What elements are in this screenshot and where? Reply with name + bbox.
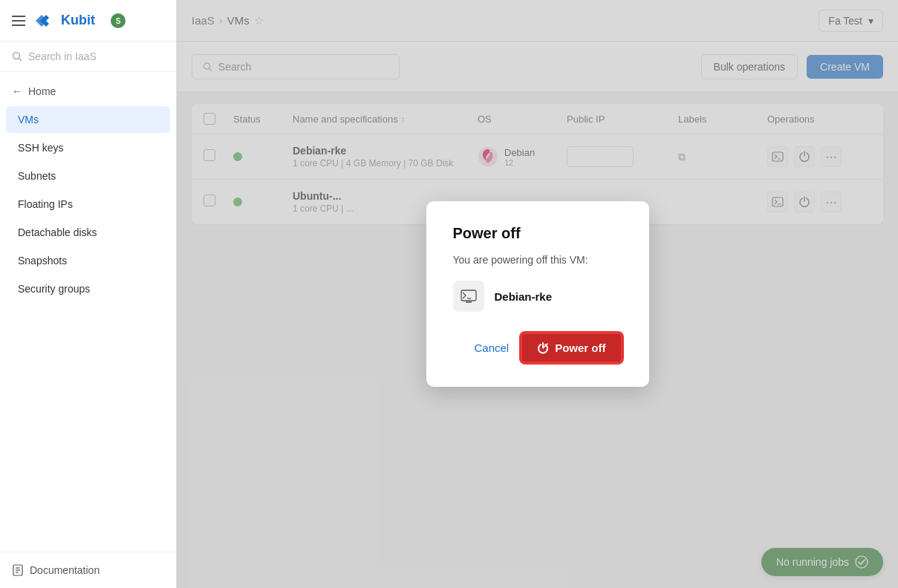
modal-vm-name: Debian-rke bbox=[495, 290, 553, 303]
sidebar-item-label: VMs bbox=[18, 114, 39, 125]
vm-icon bbox=[461, 290, 477, 303]
sidebar-item-label: Subnets bbox=[18, 170, 56, 182]
sidebar-search-placeholder[interactable]: Search in IaaS bbox=[28, 50, 97, 62]
modal-vm-icon-box bbox=[453, 281, 484, 312]
power-off-button[interactable]: Power off bbox=[521, 333, 622, 363]
hamburger-icon[interactable] bbox=[12, 16, 25, 26]
modal-overlay: Power off You are powering off this VM: … bbox=[177, 0, 898, 588]
sidebar-item-label: Floating IPs bbox=[18, 198, 73, 210]
sidebar-item-label: Detachable disks bbox=[18, 226, 97, 238]
sidebar: Kubit S Search in IaaS ← Home VMs SSH ke… bbox=[0, 0, 177, 588]
sidebar-back-btn[interactable]: ← Home bbox=[0, 78, 176, 105]
sidebar-item-label: Snapshots bbox=[18, 255, 67, 267]
secondary-logo-icon: S bbox=[107, 12, 129, 30]
power-off-button-label: Power off bbox=[555, 342, 605, 354]
svg-point-2 bbox=[13, 53, 20, 59]
sidebar-item-snapshots[interactable]: Snapshots bbox=[6, 247, 170, 274]
cancel-button[interactable]: Cancel bbox=[474, 342, 509, 354]
sidebar-search-area: Search in IaaS bbox=[0, 42, 176, 72]
back-label: Home bbox=[28, 85, 56, 97]
svg-line-3 bbox=[19, 59, 22, 62]
modal-vm-row: Debian-rke bbox=[453, 281, 622, 312]
documentation-link[interactable]: Documentation bbox=[0, 552, 176, 588]
logo-area: Kubit bbox=[34, 13, 95, 29]
logo-icon bbox=[34, 13, 55, 29]
sidebar-item-floating-ips[interactable]: Floating IPs bbox=[6, 191, 170, 218]
sidebar-item-vms[interactable]: VMs bbox=[6, 106, 170, 133]
sidebar-item-ssh-keys[interactable]: SSH keys bbox=[6, 134, 170, 161]
sidebar-header: Kubit S bbox=[0, 0, 176, 42]
sidebar-item-detachable-disks[interactable]: Detachable disks bbox=[6, 219, 170, 246]
sidebar-item-subnets[interactable]: Subnets bbox=[6, 163, 170, 189]
sidebar-nav: ← Home VMs SSH keys Subnets Floating IPs… bbox=[0, 72, 176, 552]
back-arrow-icon: ← bbox=[12, 85, 22, 97]
logo-text: Kubit bbox=[61, 13, 95, 28]
documentation-label: Documentation bbox=[30, 564, 100, 576]
svg-text:S: S bbox=[116, 17, 121, 25]
modal-actions: Cancel Power off bbox=[453, 333, 622, 363]
modal-title: Power off bbox=[453, 225, 622, 242]
main-content: IaaS › VMs ☆ Fa Test ▾ Bulk operations C… bbox=[177, 0, 898, 588]
sidebar-item-label: Security groups bbox=[18, 283, 90, 295]
power-off-icon bbox=[537, 342, 549, 354]
svg-rect-15 bbox=[461, 290, 476, 301]
modal-description: You are powering off this VM: bbox=[453, 254, 622, 266]
sidebar-item-security-groups[interactable]: Security groups bbox=[6, 275, 170, 302]
power-off-modal: Power off You are powering off this VM: … bbox=[426, 201, 649, 387]
documentation-icon bbox=[12, 564, 24, 576]
sidebar-item-label: SSH keys bbox=[18, 142, 63, 154]
search-icon-sidebar bbox=[12, 51, 22, 62]
